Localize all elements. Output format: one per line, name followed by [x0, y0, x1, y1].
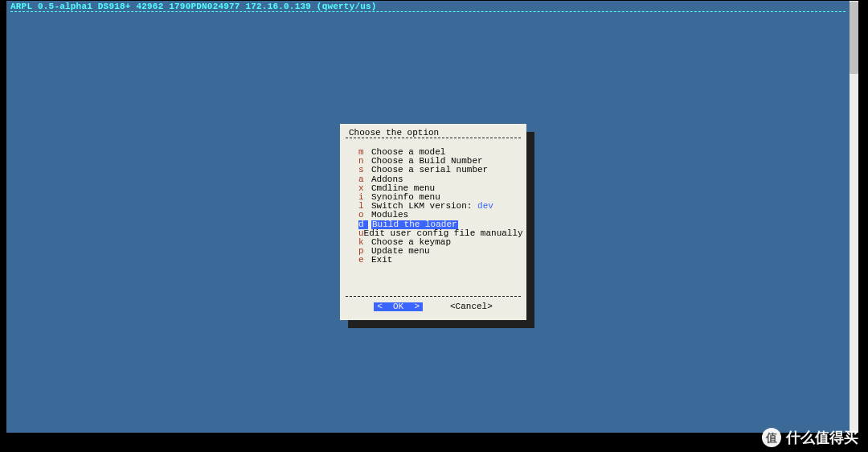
menu-item-e[interactable]: eExit	[358, 256, 518, 265]
watermark-badge-icon: 值	[762, 428, 781, 447]
dialog-border-top	[346, 138, 521, 138]
terminal-screen: ARPL 0.5-alpha1 DS918+ 42962 1790PDN0249…	[6, 1, 850, 433]
dialog-border-bottom	[346, 296, 521, 297]
dialog-title: Choose the option	[349, 129, 439, 138]
menu-item-o[interactable]: oModules	[358, 211, 518, 220]
dialog-buttons: < OK > <Cancel>	[346, 301, 521, 313]
scrollbar-track[interactable]	[850, 1, 858, 433]
menu-item-key: o	[358, 211, 371, 220]
main-menu-dialog: Choose the option mChoose a modelnChoose…	[340, 124, 526, 320]
header-divider	[10, 11, 845, 12]
menu-item-label: Build the loader	[371, 220, 458, 229]
header-status-line: ARPL 0.5-alpha1 DS918+ 42962 1790PDN0249…	[10, 2, 377, 11]
menu-item-d[interactable]: dBuild the loader	[358, 220, 518, 229]
watermark-text: 什么值得买	[786, 430, 858, 445]
menu-item-extra: dev	[477, 201, 493, 211]
menu-item-key: a	[358, 175, 371, 184]
cancel-button[interactable]: <Cancel>	[450, 302, 493, 311]
menu-item-s[interactable]: sChoose a serial number	[358, 166, 518, 175]
menu-item-label: Addons	[371, 175, 403, 184]
menu-item-key: s	[358, 166, 371, 175]
menu-item-label: Modules	[371, 211, 408, 220]
scrollbar-thumb[interactable]	[850, 2, 858, 74]
menu-item-label: Exit	[371, 256, 392, 265]
menu-item-label: Choose a serial number	[371, 166, 488, 175]
menu-list: mChoose a modelnChoose a Build NumbersCh…	[358, 148, 518, 265]
window-frame: ARPL 0.5-alpha1 DS918+ 42962 1790PDN0249…	[0, 0, 868, 452]
menu-item-key: e	[358, 256, 371, 265]
watermark: 值 什么值得买	[762, 428, 858, 447]
ok-button[interactable]: < OK >	[374, 302, 423, 311]
menu-item-key: d	[358, 220, 368, 229]
